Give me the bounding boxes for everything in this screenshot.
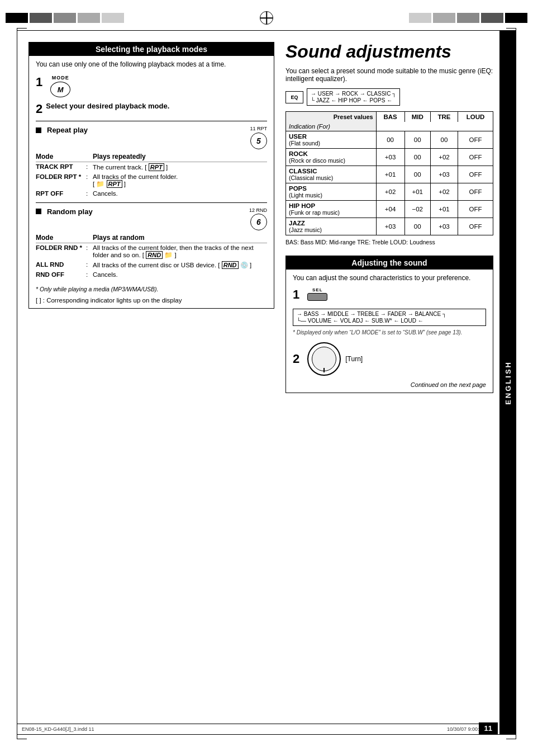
eq-box: EQ — [285, 91, 303, 103]
bass-flow-bot: └— VOLUME ← VOL ADJ ← SUB.W* ← LOUD ← — [297, 318, 482, 324]
bas-value: +03 — [376, 149, 404, 166]
loud-value: OFF — [458, 201, 493, 218]
step-1-row: 1 MODE M — [36, 75, 267, 97]
col-bas-header: BAS — [376, 112, 404, 122]
turn-label: [Turn] — [345, 355, 363, 363]
mid-value: 00 — [404, 166, 430, 183]
table-row: HIP HOP(Funk or rap music) +04 −02 +01 O… — [286, 201, 493, 218]
spacer-header — [376, 122, 493, 131]
reg-swatch — [505, 13, 527, 23]
tre-value: +03 — [430, 218, 458, 235]
footnote-star: * Only while playing a media (MP3/WMA/US… — [36, 286, 267, 292]
table-row: ROCK(Rock or disco music) +03 00 +02 OFF — [286, 149, 493, 166]
random-play-table: Mode Plays at random FOLDER RND * : — [36, 233, 267, 279]
track-rpt-mode: TRACK RPT — [36, 163, 73, 170]
bas-value: +03 — [376, 218, 404, 235]
bullet-icon — [36, 127, 41, 133]
rnd-num: 6 — [256, 218, 261, 226]
reg-swatch — [6, 13, 28, 23]
indication-for-label: Indication (For) — [289, 123, 330, 130]
page-border: ENGLISH Selecting the playback modes You… — [17, 30, 516, 735]
rpt-badge-top: 11 RPT — [250, 126, 267, 133]
sel-rect[interactable] — [307, 293, 327, 301]
loud-value: OFF — [458, 166, 493, 183]
adjusting-sound-section: Adjusting the sound You can adjust the s… — [285, 256, 493, 393]
mid-value: 00 — [404, 149, 430, 166]
random-play-section: Random play 12 RND 6 — [36, 202, 267, 280]
reg-swatch — [457, 13, 479, 23]
folder-rnd-mode: FOLDER RND * — [36, 244, 82, 251]
eq-label: EQ — [291, 94, 298, 100]
col-loud-header: LOUD — [458, 112, 493, 122]
right-column: Sound adjustments You can select a prese… — [285, 42, 493, 723]
folder-rpt-desc: All tracks of the current folder.[ 📁 RPT… — [93, 172, 267, 189]
side-english-label: ENGLISH — [499, 31, 516, 734]
bass-flow-top-text: → BASS → MIDDLE → TREBLE → FADER → BALAN… — [297, 311, 446, 317]
mode-oval-text: M — [58, 86, 64, 94]
mid-value: 00 — [404, 131, 430, 149]
reg-swatch — [409, 13, 431, 23]
bass-flow-top: → BASS → MIDDLE → TREBLE → FADER → BALAN… — [297, 311, 482, 317]
all-rnd-desc: All tracks of the current disc or USB de… — [93, 260, 267, 270]
reg-marks-right — [409, 13, 527, 23]
reg-swatch — [102, 13, 124, 23]
bass-flow-bot-text: └— VOLUME ← VOL ADJ ← SUB.W* ← LOUD ← — [297, 318, 423, 324]
tre-value: +01 — [430, 201, 458, 218]
mode-oval[interactable]: M — [50, 82, 70, 97]
row-header: ROCK(Rock or disco music) — [286, 149, 377, 166]
bas-value: +04 — [376, 201, 404, 218]
random-play-title: Random play — [36, 207, 93, 216]
file-info: EN08-15_KD-G440[J]_3.indd 11 — [22, 726, 94, 732]
mode-button[interactable]: MODE M — [50, 75, 70, 97]
col-plays-header: Plays repeatedly — [93, 152, 267, 162]
repeat-play-label: Repeat play — [47, 126, 88, 134]
eq-flow-bot: └ JAZZ ← HIP HOP ← POPS ← — [311, 97, 396, 103]
preset-header-bot: Indication (For) — [286, 122, 493, 131]
loud-value: OFF — [458, 149, 493, 166]
table-row: FOLDER RPT * : All tracks of the current… — [36, 172, 267, 189]
all-rnd-mode: ALL RND — [36, 261, 64, 268]
col-mid-header: MID — [404, 112, 430, 122]
bas-value: +01 — [376, 166, 404, 183]
reg-swatch — [30, 13, 52, 23]
turn-knob[interactable] — [307, 342, 341, 376]
step-2-number: 2 — [36, 102, 42, 116]
table-row: RPT OFF : Cancels. — [36, 189, 267, 198]
loud-value: OFF — [458, 183, 493, 201]
table-legend: BAS: Bass MID: Mid-range TRE: Treble LOU… — [285, 239, 493, 245]
bass-flow: → BASS → MIDDLE → TREBLE → FADER → BALAN… — [293, 309, 486, 326]
playback-modes-body: You can use only one of the following pl… — [29, 56, 274, 308]
rpt-off-desc: Cancels. — [93, 189, 267, 198]
adjusting-sound-title: Adjusting the sound — [286, 256, 493, 270]
eq-flow-box: → USER → ROCK → CLASSIC ┐ └ JAZZ ← HIP H… — [307, 88, 400, 106]
repeat-play-table: Mode Plays repeatedly TRACK RPT : — [36, 152, 267, 198]
folder-rpt-mode: FOLDER RPT * — [36, 173, 81, 180]
folder-rnd-desc: All tracks of the current folder, then t… — [93, 243, 267, 261]
main-content: Selecting the playback modes You can use… — [17, 31, 516, 734]
row-header: CLASSIC(Classical music) — [286, 166, 377, 183]
repeat-play-header: Repeat play 11 RPT 5 — [36, 126, 267, 149]
step-2-row: 2 Select your desired playback mode. — [36, 102, 267, 116]
adj-step-2-number: 2 — [293, 352, 299, 366]
bottom-bar: EN08-15_KD-G440[J]_3.indd 11 10/30/07 9:… — [17, 724, 498, 734]
col-mode-header: Mode — [36, 233, 86, 243]
sel-button[interactable]: SEL — [307, 287, 327, 301]
rpt-num: 5 — [256, 136, 261, 145]
sel-label: SEL — [312, 287, 323, 292]
step-2-bold: Select your desired playback mode. — [46, 102, 169, 110]
bullet-icon — [36, 209, 41, 214]
row-header: JAZZ(Jazz music) — [286, 218, 377, 235]
row-header: HIP HOP(Funk or rap music) — [286, 201, 377, 218]
mid-value: −02 — [404, 201, 430, 218]
col-plays-header: Plays at random — [93, 233, 267, 243]
reg-marks-left — [6, 13, 124, 23]
preset-values-header: Preset values — [286, 112, 377, 122]
sound-adjustments-intro: You can select a preset sound mode suita… — [285, 67, 493, 83]
table-row: USER(Flat sound) 00 00 00 OFF — [286, 131, 493, 149]
mid-value: 00 — [404, 218, 430, 235]
table-row: POPS(Light music) +02 +01 +02 OFF — [286, 183, 493, 201]
registration-bar — [6, 10, 527, 26]
adj-intro: You can adjust the sound characteristics… — [293, 274, 486, 282]
rnd-circle: 6 — [250, 214, 267, 230]
page: ENGLISH Selecting the playback modes You… — [0, 0, 533, 756]
